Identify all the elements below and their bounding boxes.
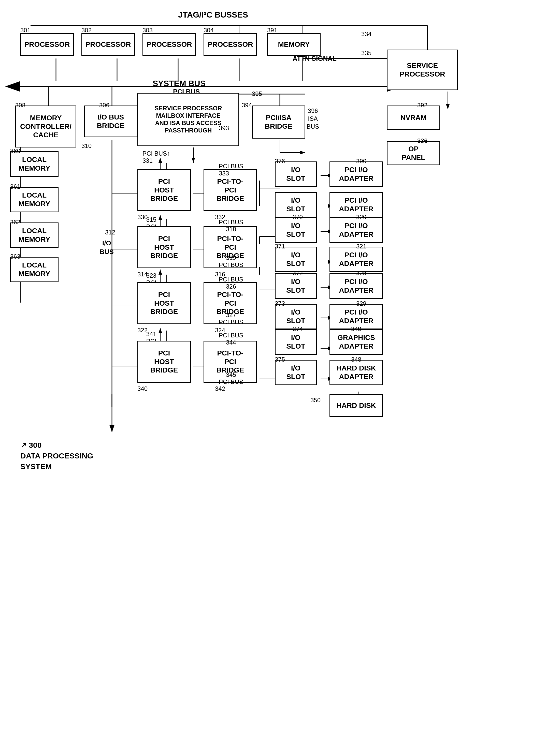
ref-308: 308 — [15, 102, 26, 109]
io-slot-372: I/O SLOT — [275, 273, 317, 299]
ref-391: 391 — [267, 27, 277, 34]
pci-bus-345-label: 345PCI BUS — [219, 371, 243, 386]
processor-302: PROCESSOR — [82, 33, 135, 56]
ref-350: 350 — [310, 397, 320, 404]
ref-374: 374 — [292, 325, 303, 332]
pci-host-bridge-314: PCI HOST BRIDGE — [137, 226, 191, 268]
io-bus-label: I/OBUS — [100, 239, 114, 256]
ref-393: 393 — [219, 125, 229, 132]
local-memory-360: LOCAL MEMORY — [10, 151, 59, 177]
pci-bus-333-label: PCI BUS333 — [219, 163, 243, 177]
ref-349: 349 — [351, 325, 361, 332]
ref-328: 328 — [356, 269, 366, 277]
ref-363: 363 — [10, 253, 20, 260]
io-bus-bridge: I/O BUS BRIDGE — [84, 105, 137, 137]
ref-306: 306 — [99, 102, 110, 109]
pci-bus-344-label: PCI BUS344 — [219, 332, 243, 346]
ref-312: 312 — [105, 229, 115, 236]
io-slot-375: I/O SLOT — [275, 360, 317, 385]
ref-376: 376 — [275, 158, 285, 165]
ref-370: 370 — [292, 214, 303, 221]
pci-io-adapter-321: PCI I/O ADAPTER — [330, 247, 383, 272]
ref-334: 334 — [361, 31, 371, 38]
op-panel: OP PANEL — [387, 141, 440, 165]
processor-301: PROCESSOR — [20, 33, 74, 56]
ref-362: 362 — [10, 219, 20, 226]
pci-io-adapter-328: PCI I/O ADAPTER — [330, 273, 383, 299]
ref-340: 340 — [137, 385, 148, 392]
io-slot-376: I/O SLOT — [275, 161, 317, 187]
pci-host-bridge-340: PCI HOST BRIDGE — [137, 341, 191, 383]
ref-361: 361 — [10, 183, 20, 190]
service-processor: SERVICE PROCESSOR — [387, 50, 458, 90]
attn-signal-label: ATTN SIGNAL — [292, 55, 337, 63]
svc-mailbox: SERVICE PROCESSOR MAILBOX INTERFACE AND … — [137, 93, 239, 146]
ref-310: 310 — [82, 142, 92, 150]
ref-320: 320 — [356, 214, 366, 221]
pci-host-bridge-330: PCI HOST BRIDGE — [137, 169, 191, 211]
memory-controller: MEMORY CONTROLLER/ CACHE — [15, 105, 76, 148]
ref-321: 321 — [356, 243, 366, 250]
ref-392: 392 — [417, 102, 428, 109]
ref-303: 303 — [143, 27, 153, 34]
ref-373: 373 — [275, 300, 285, 307]
ref-342: 342 — [215, 385, 225, 392]
processor-304: PROCESSOR — [204, 33, 257, 56]
ref-348: 348 — [351, 356, 361, 363]
pci-host-bridge-322: PCI HOST BRIDGE — [137, 282, 191, 324]
ref-302: 302 — [82, 27, 92, 34]
ref-372: 372 — [292, 269, 303, 277]
io-slot-370: I/O SLOT — [275, 217, 317, 243]
ref-329: 329 — [356, 300, 366, 307]
io-slot-371: I/O SLOT — [275, 247, 317, 272]
pci-bus-319-label: 319PCI BUS — [219, 254, 243, 268]
data-processing-system-label: ↗ 300DATA PROCESSINGSYSTEM — [20, 440, 93, 472]
isa-bus-label: 396ISABUS — [307, 107, 319, 131]
hard-disk-adapter-348: HARD DISK ADAPTER — [330, 360, 383, 385]
pci-bus-331-label: PCI BUS↑331 — [143, 150, 170, 164]
system-bus-label: SYSTEM BUS — [153, 79, 206, 88]
graphics-adapter-349: GRAPHICS ADAPTER — [330, 329, 383, 355]
ref-394: 394 — [242, 102, 252, 109]
pci-bus-327-label: 327PCI BUS — [219, 312, 243, 326]
memory-391: MEMORY — [267, 33, 320, 56]
nvram: NVRAM — [387, 105, 440, 130]
pci-io-adapter-320: PCI I/O ADAPTER — [330, 217, 383, 243]
pci-isa-bridge: PCI/ISA BRIDGE — [252, 105, 305, 138]
ref-336: 336 — [417, 137, 428, 144]
jtag-label: JTAG/I²C BUSSES — [178, 10, 248, 20]
io-slot-374: I/O SLOT — [275, 329, 317, 355]
ref-360: 360 — [10, 148, 20, 155]
local-memory-363: LOCAL MEMORY — [10, 257, 59, 282]
local-memory-361: LOCAL MEMORY — [10, 187, 59, 212]
diagram: JTAG/I²C BUSSES PROCESSOR 301 PROCESSOR … — [0, 0, 560, 745]
pci-bus-318-label: PCI BUS318 — [219, 219, 243, 233]
local-memory-362: LOCAL MEMORY — [10, 223, 59, 248]
ref-395: 395 — [252, 90, 262, 97]
ref-390: 390 — [356, 158, 366, 165]
ref-371: 371 — [275, 243, 285, 250]
ref-335: 335 — [361, 50, 371, 57]
ref-301: 301 — [20, 27, 31, 34]
processor-303: PROCESSOR — [143, 33, 196, 56]
pci-bus-326-label: PCI BUS326 — [219, 276, 243, 290]
pci-io-adapter-390: PCI I/O ADAPTER — [330, 161, 383, 187]
ref-304: 304 — [204, 27, 214, 34]
hard-disk-350: HARD DISK — [330, 394, 383, 417]
ref-375: 375 — [275, 356, 285, 363]
